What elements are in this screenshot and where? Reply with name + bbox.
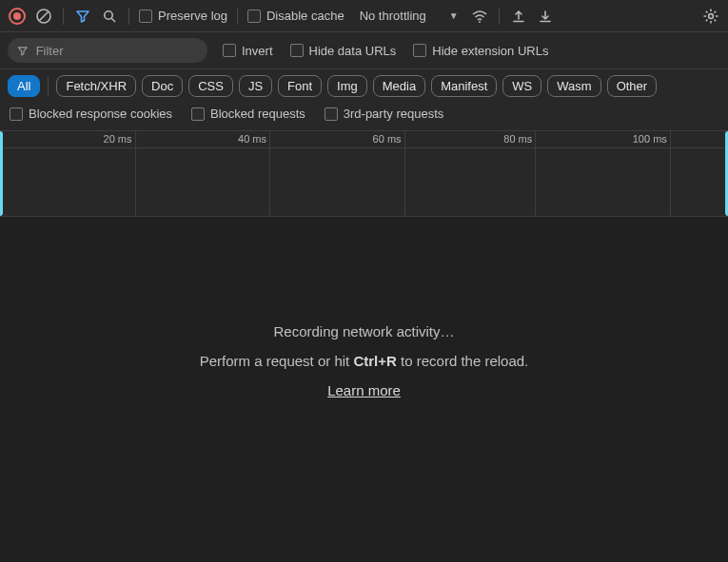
chip-doc[interactable]: Doc — [142, 75, 183, 97]
disable-cache-checkbox[interactable]: Disable cache — [246, 7, 346, 25]
resource-type-chips: All Fetch/XHR Doc CSS JS Font Img Media … — [0, 69, 728, 103]
blocked-requests-label: Blocked requests — [210, 107, 305, 121]
blocked-cookies-checkbox[interactable]: Blocked response cookies — [8, 105, 174, 123]
blocked-cookies-label: Blocked response cookies — [29, 107, 172, 121]
tick-label: 80 ms — [503, 133, 532, 145]
preserve-log-label: Preserve log — [158, 9, 227, 23]
chip-wasm[interactable]: Wasm — [547, 75, 600, 97]
download-icon — [538, 9, 553, 24]
chip-font[interactable]: Font — [278, 75, 322, 97]
svg-line-3 — [111, 18, 115, 22]
network-conditions-button[interactable] — [468, 5, 491, 28]
svg-line-13 — [715, 19, 717, 21]
import-har-button[interactable] — [534, 5, 557, 28]
chip-media[interactable]: Media — [373, 75, 425, 97]
chip-js[interactable]: JS — [239, 75, 272, 97]
filter-toggle-button[interactable] — [71, 5, 94, 28]
gear-icon — [702, 8, 719, 25]
timeline-overview[interactable]: 20 ms 40 ms 60 ms 80 ms 100 ms — [0, 131, 728, 217]
hide-ext-urls-label: Hide extension URLs — [432, 44, 548, 58]
separator — [48, 77, 49, 96]
chip-manifest[interactable]: Manifest — [431, 75, 497, 97]
svg-point-2 — [105, 10, 112, 18]
hide-extension-urls-checkbox[interactable]: Hide extension URLs — [411, 42, 550, 60]
tick-label: 100 ms — [633, 133, 667, 145]
wifi-icon — [471, 8, 488, 25]
shortcut-key: Ctrl+R — [353, 353, 396, 369]
learn-more-link[interactable]: Learn more — [327, 382, 401, 398]
separator — [128, 8, 129, 25]
blocked-requests-checkbox[interactable]: Blocked requests — [189, 105, 307, 123]
svg-point-4 — [479, 21, 481, 23]
record-button[interactable] — [6, 5, 29, 28]
chevron-down-icon: ▼ — [449, 10, 459, 21]
svg-line-12 — [706, 10, 708, 12]
hide-data-urls-checkbox[interactable]: Hide data URLs — [288, 42, 399, 60]
third-party-label: 3rd-party requests — [344, 107, 444, 121]
empty-title: Recording network activity… — [273, 323, 454, 339]
empty-subtitle: Perform a request or hit Ctrl+R to recor… — [200, 353, 529, 369]
search-button[interactable] — [98, 5, 121, 28]
filter-bar: Invert Hide data URLs Hide extension URL… — [0, 32, 728, 69]
search-icon — [102, 9, 117, 24]
chip-img[interactable]: Img — [327, 75, 367, 97]
chip-ws[interactable]: WS — [502, 75, 541, 97]
separator — [237, 8, 238, 25]
settings-button[interactable] — [699, 5, 722, 28]
extra-filters-bar: Blocked response cookies Blocked request… — [0, 103, 728, 131]
funnel-icon — [17, 45, 29, 57]
upload-icon — [511, 9, 526, 24]
throttling-select[interactable]: No throttling ▼ — [354, 7, 464, 25]
svg-line-1 — [40, 11, 49, 20]
chip-other[interactable]: Other — [607, 75, 658, 97]
export-har-button[interactable] — [507, 5, 530, 28]
clear-button[interactable] — [32, 5, 55, 28]
chip-css[interactable]: CSS — [188, 75, 233, 97]
svg-line-15 — [715, 10, 717, 12]
chip-fetch-xhr[interactable]: Fetch/XHR — [56, 75, 136, 97]
tick-label: 20 ms — [104, 133, 132, 145]
invert-label: Invert — [242, 44, 273, 58]
preserve-log-checkbox[interactable]: Preserve log — [137, 7, 229, 25]
tick-label: 40 ms — [238, 133, 266, 145]
separator — [499, 8, 500, 25]
timeline-ruler: 20 ms 40 ms 60 ms 80 ms 100 ms — [0, 131, 728, 148]
clear-icon — [35, 8, 52, 25]
third-party-checkbox[interactable]: 3rd-party requests — [323, 105, 446, 123]
separator — [63, 8, 64, 25]
empty-state: Recording network activity… Perform a re… — [0, 217, 728, 562]
throttling-value: No throttling — [360, 9, 426, 23]
invert-checkbox[interactable]: Invert — [221, 42, 275, 60]
funnel-icon — [75, 9, 90, 24]
disable-cache-label: Disable cache — [266, 9, 344, 23]
timeline-body — [0, 148, 728, 216]
svg-line-14 — [706, 19, 708, 21]
tick-label: 60 ms — [373, 133, 402, 145]
svg-point-7 — [709, 13, 714, 18]
chip-all[interactable]: All — [8, 75, 40, 97]
timeline-handle-left[interactable] — [0, 131, 3, 216]
filter-input-wrap[interactable] — [8, 38, 207, 63]
network-toolbar: Preserve log Disable cache No throttling… — [0, 0, 728, 32]
filter-input[interactable] — [36, 44, 198, 58]
hide-data-urls-label: Hide data URLs — [309, 44, 397, 58]
